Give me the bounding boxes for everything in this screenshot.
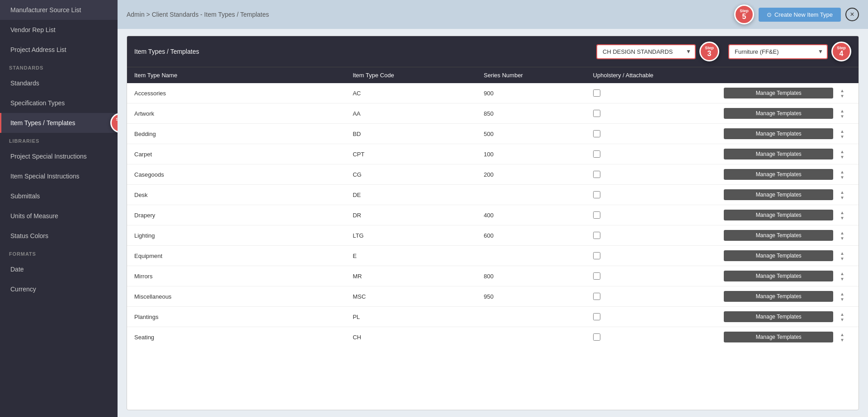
manage-templates-button[interactable]: Manage Templates: [724, 149, 833, 159]
cell-upholstery: [593, 252, 724, 259]
sort-up-icon[interactable]: ▲: [840, 129, 844, 134]
upholstery-checkbox[interactable]: [593, 171, 600, 178]
sidebar-item-units-of-measure[interactable]: Units of Measure: [0, 206, 118, 226]
sort-arrows[interactable]: ▲ ▼: [833, 230, 851, 241]
cell-upholstery: [593, 191, 724, 198]
cell-item-name: Mirrors: [134, 273, 353, 280]
cell-item-name: Miscellaneous: [134, 293, 353, 300]
sort-down-icon[interactable]: ▼: [840, 195, 844, 200]
sort-down-icon[interactable]: ▼: [840, 317, 844, 322]
sidebar-item-standards[interactable]: Standards: [0, 73, 118, 93]
cell-series-number: 900: [484, 90, 593, 97]
sidebar-item-label: Project Special Instructions: [10, 153, 87, 160]
sort-arrows[interactable]: ▲ ▼: [833, 108, 851, 119]
sidebar-item-label: Currency: [10, 286, 36, 293]
sidebar-item-project-address-list[interactable]: Project Address List: [0, 40, 118, 60]
sidebar-item-project-special-instructions[interactable]: Project Special Instructions: [0, 146, 118, 166]
sort-arrows[interactable]: ▲ ▼: [833, 210, 851, 220]
sort-up-icon[interactable]: ▲: [840, 88, 844, 93]
sort-down-icon[interactable]: ▼: [840, 175, 844, 180]
cell-item-code: LTG: [353, 232, 484, 239]
sort-arrows[interactable]: ▲ ▼: [833, 291, 851, 302]
sidebar-item-vendor-rep-list[interactable]: Vendor Rep List: [0, 20, 118, 40]
sort-down-icon[interactable]: ▼: [840, 216, 844, 220]
upholstery-checkbox[interactable]: [593, 252, 600, 259]
sort-down-icon[interactable]: ▼: [840, 114, 844, 119]
manage-templates-button[interactable]: Manage Templates: [724, 250, 833, 261]
manage-templates-button[interactable]: Manage Templates: [724, 332, 833, 342]
manage-templates-button[interactable]: Manage Templates: [724, 108, 833, 119]
sidebar-item-label: Project Address List: [10, 46, 66, 53]
sort-arrows[interactable]: ▲ ▼: [833, 332, 851, 342]
sort-down-icon[interactable]: ▼: [840, 276, 844, 281]
sidebar-item-item-special-instructions[interactable]: Item Special Instructions: [0, 166, 118, 186]
cell-item-name: Artwork: [134, 110, 353, 117]
upholstery-checkbox[interactable]: [593, 150, 600, 158]
manage-templates-button[interactable]: Manage Templates: [724, 189, 833, 200]
sort-down-icon[interactable]: ▼: [840, 134, 844, 139]
sort-arrows[interactable]: ▲ ▼: [833, 149, 851, 159]
manage-templates-button[interactable]: Manage Templates: [724, 169, 833, 180]
cell-upholstery: [593, 171, 724, 178]
sidebar-item-manufacturer-source-list[interactable]: Manufacturer Source List: [0, 0, 118, 20]
manage-templates-button[interactable]: Manage Templates: [724, 311, 833, 322]
upholstery-checkbox[interactable]: [593, 272, 600, 280]
sort-arrows[interactable]: ▲ ▼: [833, 271, 851, 281]
breadcrumb-root: Admin: [127, 11, 145, 18]
table-body: Accessories AC 900 Manage Templates ▲ ▼ …: [127, 83, 859, 410]
sort-down-icon[interactable]: ▼: [840, 297, 844, 302]
upholstery-checkbox[interactable]: [593, 110, 600, 117]
upholstery-checkbox[interactable]: [593, 313, 600, 320]
manage-templates-button[interactable]: Manage Templates: [724, 128, 833, 139]
cell-upholstery: [593, 211, 724, 219]
sidebar-item-currency[interactable]: Currency: [0, 279, 118, 299]
sort-up-icon[interactable]: ▲: [840, 190, 844, 195]
sort-down-icon[interactable]: ▼: [840, 256, 844, 261]
sort-up-icon[interactable]: ▲: [840, 332, 844, 337]
sidebar-item-submittals[interactable]: Submittals: [0, 186, 118, 206]
step-5-badge: Step 5: [734, 5, 754, 24]
breadcrumb-separator: >: [146, 11, 152, 18]
upholstery-checkbox[interactable]: [593, 232, 600, 239]
sort-up-icon[interactable]: ▲: [840, 108, 844, 113]
upholstery-checkbox[interactable]: [593, 333, 600, 341]
standards-dropdown[interactable]: CH DESIGN STANDARDS: [596, 44, 696, 59]
sort-down-icon[interactable]: ▼: [840, 94, 844, 98]
sort-up-icon[interactable]: ▲: [840, 149, 844, 154]
sort-up-icon[interactable]: ▲: [840, 312, 844, 317]
sort-up-icon[interactable]: ▲: [840, 271, 844, 276]
create-new-item-type-button[interactable]: ⊙ Create New Item Type: [759, 8, 841, 22]
manage-templates-button[interactable]: Manage Templates: [724, 88, 833, 98]
sort-down-icon[interactable]: ▼: [840, 236, 844, 241]
sidebar-item-item-types-templates[interactable]: Item Types / Templates Step 2: [0, 113, 118, 133]
sort-up-icon[interactable]: ▲: [840, 210, 844, 215]
sort-arrows[interactable]: ▲ ▼: [833, 190, 851, 200]
sort-arrows[interactable]: ▲ ▼: [833, 169, 851, 180]
sort-arrows[interactable]: ▲ ▼: [833, 129, 851, 139]
sort-arrows[interactable]: ▲ ▼: [833, 251, 851, 261]
upholstery-checkbox[interactable]: [593, 130, 600, 137]
close-button[interactable]: ×: [845, 8, 859, 21]
upholstery-checkbox[interactable]: [593, 293, 600, 300]
sort-up-icon[interactable]: ▲: [840, 251, 844, 256]
sidebar-item-date[interactable]: Date: [0, 259, 118, 279]
sort-up-icon[interactable]: ▲: [840, 169, 844, 174]
sidebar-item-specification-types[interactable]: Specification Types: [0, 93, 118, 113]
sort-arrows[interactable]: ▲ ▼: [833, 312, 851, 322]
sort-up-icon[interactable]: ▲: [840, 291, 844, 296]
sort-down-icon[interactable]: ▼: [840, 155, 844, 159]
upholstery-checkbox[interactable]: [593, 89, 600, 97]
sort-up-icon[interactable]: ▲: [840, 230, 844, 235]
manage-templates-button[interactable]: Manage Templates: [724, 291, 833, 302]
manage-templates-button[interactable]: Manage Templates: [724, 271, 833, 281]
sort-arrows[interactable]: ▲ ▼: [833, 88, 851, 98]
upholstery-checkbox[interactable]: [593, 211, 600, 219]
manage-templates-button[interactable]: Manage Templates: [724, 230, 833, 241]
manage-templates-button[interactable]: Manage Templates: [724, 210, 833, 220]
dropdown1-wrapper: CH DESIGN STANDARDS ▼: [596, 44, 696, 59]
sidebar-item-status-colors[interactable]: Status Colors: [0, 226, 118, 246]
sort-down-icon[interactable]: ▼: [840, 337, 844, 342]
category-dropdown[interactable]: Furniture (FF&E): [728, 44, 828, 59]
upholstery-checkbox[interactable]: [593, 191, 600, 198]
section-label-formats: FORMATS: [0, 246, 118, 259]
